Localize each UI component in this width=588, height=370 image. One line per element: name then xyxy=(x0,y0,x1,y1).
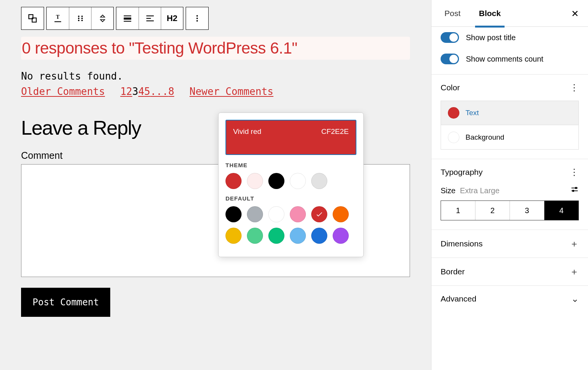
svg-point-20 xyxy=(575,187,577,189)
move-updown-icon[interactable] xyxy=(91,7,113,29)
size-segment[interactable]: 1 xyxy=(441,201,475,220)
text-color-row[interactable]: Text xyxy=(441,101,579,125)
size-label: Size xyxy=(441,186,456,195)
align-full-icon[interactable] xyxy=(116,7,139,29)
page-number: 3 xyxy=(132,86,138,97)
color-popup-header[interactable]: Vivid red CF2E2E xyxy=(225,120,356,155)
color-picker-popup: Vivid red CF2E2E THEME DEFAULT xyxy=(218,112,364,257)
color-name: Vivid red xyxy=(233,127,261,136)
settings-sidebar: Post Block ✕ Show post title Show commen… xyxy=(431,0,588,370)
editor-canvas: T H2 0 responses to "Testing WordPress 6… xyxy=(0,0,431,370)
older-comments-link[interactable]: Older Comments xyxy=(21,86,105,97)
color-swatch[interactable] xyxy=(268,173,284,189)
sliders-icon[interactable] xyxy=(570,185,579,196)
svg-point-22 xyxy=(572,190,575,192)
chevron-down-icon[interactable]: ⌄ xyxy=(571,293,579,304)
size-segment[interactable]: 2 xyxy=(475,201,510,220)
color-swatch[interactable] xyxy=(311,206,327,222)
svg-point-17 xyxy=(196,18,198,19)
color-swatch[interactable] xyxy=(290,206,306,222)
section-advanced[interactable]: Advanced ⌄ xyxy=(431,285,588,312)
toggle-show-count-switch[interactable] xyxy=(441,54,459,64)
svg-point-6 xyxy=(78,18,79,19)
block-type-icon[interactable] xyxy=(21,7,44,29)
block-toolbar: T H2 xyxy=(21,7,410,30)
color-swatch[interactable] xyxy=(225,206,242,222)
toggle-show-title-label: Show post title xyxy=(466,33,516,42)
align-left-icon[interactable] xyxy=(139,7,161,29)
background-color-row[interactable]: Background xyxy=(441,125,579,150)
section-typography: Typography ⋮ xyxy=(431,159,588,185)
sidebar-tabs: Post Block ✕ xyxy=(431,0,588,27)
color-swatch[interactable] xyxy=(290,228,306,244)
page-number[interactable]: 4 xyxy=(138,86,144,97)
color-swatch[interactable] xyxy=(247,228,263,244)
more-options-icon[interactable] xyxy=(186,7,208,29)
section-typography-title: Typography xyxy=(441,168,483,177)
plus-icon[interactable]: ＋ xyxy=(570,266,579,278)
color-rows: Text Background xyxy=(431,101,588,159)
toggle-show-title-switch[interactable] xyxy=(441,32,459,43)
svg-point-4 xyxy=(78,16,79,17)
color-options-icon[interactable]: ⋮ xyxy=(570,82,579,93)
color-hex: CF2E2E xyxy=(321,127,349,136)
color-swatch[interactable] xyxy=(333,206,349,222)
page-number[interactable]: 5 xyxy=(144,86,150,97)
background-swatch xyxy=(448,132,459,143)
page-number[interactable]: 8 xyxy=(168,86,174,97)
post-comment-button[interactable]: Post Comment xyxy=(21,288,110,317)
color-swatch[interactable] xyxy=(247,173,263,189)
color-swatch[interactable] xyxy=(311,173,327,189)
size-segment[interactable]: 4 xyxy=(544,201,578,220)
color-swatch[interactable] xyxy=(333,228,349,244)
color-swatch[interactable] xyxy=(225,173,242,189)
newer-comments-link[interactable]: Newer Comments xyxy=(189,86,273,97)
no-results-text: No results found. xyxy=(21,70,410,82)
color-swatch[interactable] xyxy=(247,206,263,222)
plus-icon[interactable]: ＋ xyxy=(570,238,579,250)
color-swatch[interactable] xyxy=(225,228,242,244)
section-dimensions-title: Dimensions xyxy=(441,239,483,248)
comments-pagination: Older Comments 12345...8 Newer Comments xyxy=(21,86,410,97)
align-text-icon[interactable]: T xyxy=(47,7,69,29)
size-value: Extra Large xyxy=(460,186,499,195)
tab-block[interactable]: Block xyxy=(475,1,505,28)
text-swatch xyxy=(448,107,459,119)
color-swatch[interactable] xyxy=(268,206,284,222)
toggle-show-title: Show post title xyxy=(431,27,588,48)
close-icon[interactable]: ✕ xyxy=(571,8,579,19)
section-border-title: Border xyxy=(441,267,465,276)
drag-handle-icon[interactable] xyxy=(69,7,91,29)
theme-swatches xyxy=(225,173,356,189)
page-number[interactable]: ... xyxy=(150,86,168,97)
size-row: Size Extra Large xyxy=(431,185,588,200)
color-swatch[interactable] xyxy=(268,228,284,244)
page-numbers: 12345...8 xyxy=(120,86,174,97)
svg-rect-11 xyxy=(124,18,131,20)
section-dimensions[interactable]: Dimensions ＋ xyxy=(431,230,588,258)
heading-level-button[interactable]: H2 xyxy=(161,7,183,29)
section-color-title: Color xyxy=(441,83,460,92)
section-border[interactable]: Border ＋ xyxy=(431,258,588,285)
typography-options-icon[interactable]: ⋮ xyxy=(570,167,579,178)
default-label: DEFAULT xyxy=(225,195,356,202)
page-number[interactable]: 1 xyxy=(120,86,126,97)
page-number[interactable]: 2 xyxy=(126,86,132,97)
toggle-show-count-label: Show comments count xyxy=(466,55,543,64)
section-advanced-title: Advanced xyxy=(441,294,476,303)
svg-point-7 xyxy=(81,18,83,19)
background-color-label: Background xyxy=(466,133,504,142)
toggle-show-count: Show comments count xyxy=(431,48,588,74)
color-swatch[interactable] xyxy=(290,173,306,189)
size-segment[interactable]: 3 xyxy=(510,201,544,220)
comments-title-block[interactable]: 0 responses to "Testing WordPress 6.1" xyxy=(21,37,410,60)
tab-post[interactable]: Post xyxy=(441,1,464,26)
color-swatch[interactable] xyxy=(311,228,327,244)
svg-point-8 xyxy=(78,20,79,21)
section-color: Color ⋮ xyxy=(431,74,588,101)
svg-point-16 xyxy=(196,15,198,17)
svg-point-18 xyxy=(196,20,198,22)
size-segments: 1234 xyxy=(441,200,579,220)
theme-label: THEME xyxy=(225,162,356,168)
svg-point-9 xyxy=(81,20,83,21)
